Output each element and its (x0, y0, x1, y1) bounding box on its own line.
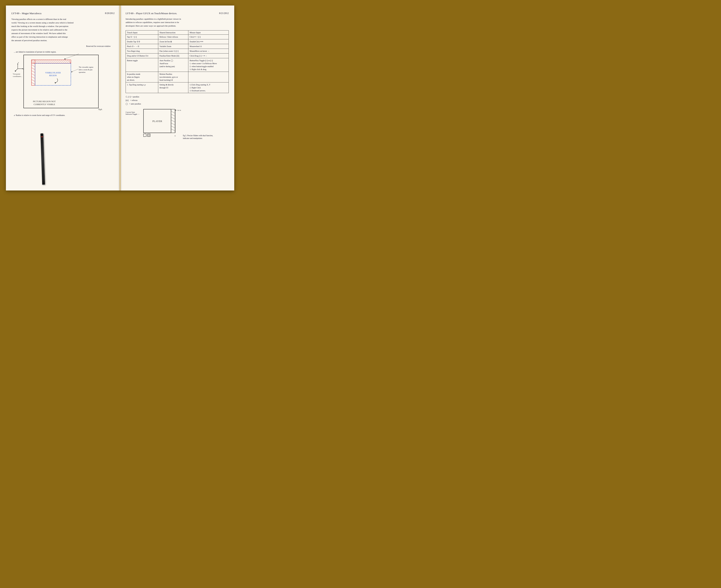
mouse-cell: Click ✏ = [□] (188, 35, 229, 39)
shared-cell: Refocus / Enter refocus (158, 35, 188, 39)
svg-text:v: v (18, 61, 19, 64)
current-state-label: Current State (126, 111, 140, 113)
svg-text:VISIBLE PLAYER: VISIBLE PLAYER (45, 71, 61, 74)
svg-line-20 (61, 60, 65, 63)
svg-line-42 (15, 69, 18, 71)
mouse-cell: MouseMove on hover → (188, 49, 229, 54)
left-page-date: 8/20/2012 (105, 12, 115, 15)
svg-rect-25 (32, 60, 35, 85)
svg-line-30 (32, 74, 35, 76)
svg-text:↙ Radius is relative to zoom f: ↙ Radius is relative to zoom factor and … (14, 114, 65, 116)
left-page-title: LYT-89 – Mugur Marculescu (12, 12, 41, 15)
svg-text:REGION: REGION (49, 75, 57, 77)
right-page-intro: Introducing parallax capabilities to a l… (126, 17, 229, 28)
touch-cell: Pinch ①←→① (126, 44, 158, 49)
svg-line-7 (36, 60, 39, 63)
svg-text:CURRENTLY VISIBLE: CURRENTLY VISIBLE (34, 103, 55, 105)
right-page: LYT-89 – Player UI/UX on Touch/Mouse dev… (120, 5, 234, 190)
svg-line-12 (45, 60, 49, 63)
svg-marker-49 (65, 58, 66, 60)
svg-line-61 (171, 114, 175, 116)
svg-marker-54 (71, 71, 73, 72)
svg-line-29 (32, 71, 35, 72)
svg-line-6 (34, 60, 37, 63)
legend-item-2: [◎] = refocus (126, 99, 229, 102)
svg-line-15 (51, 60, 55, 63)
touch-cell: Two-finger drag (126, 49, 158, 54)
svg-line-27 (32, 65, 35, 67)
mouse-cell: Button/Key Toggle [□] or [□]1. when zoom… (188, 58, 229, 72)
diagram-svg: ... are linked to translation of picture… (12, 49, 115, 124)
legend-area: ⬡, [□] = parallax [◎] = refocus ◯ = auto… (126, 95, 229, 106)
pen (40, 133, 45, 185)
svg-marker-37 (55, 82, 56, 84)
left-page: LYT-89 – Mugur Marculescu 8/20/2012 View… (6, 5, 120, 190)
fig5-svg: PLAYER λ in image o (142, 107, 181, 139)
current-state-label2: Indicator/Toggle → (126, 113, 140, 115)
left-page-body: Viewing parallax effects on a screen is … (12, 17, 115, 42)
svg-line-18 (57, 60, 61, 63)
table-row: In parallax modewhen no fingersare down.… (126, 72, 229, 82)
mouse-cell: Click-Drag [□] + ✏→ (188, 54, 229, 58)
fig5-left-labels: Current State Indicator/Toggle → (126, 111, 140, 115)
svg-line-22 (65, 60, 68, 63)
svg-line-19 (59, 60, 63, 63)
table-row: Two-finger drag Pan (when zoom>1) [□] Mo… (126, 49, 229, 54)
svg-text:operation: operation (79, 71, 85, 73)
svg-line-9 (39, 60, 43, 63)
svg-line-66 (171, 129, 175, 131)
shared-cell: Motion Parallax(accelerometer, gyro orhe… (158, 72, 188, 82)
col-mouse: Mouse Input (188, 30, 229, 35)
svg-text:o: o (174, 134, 176, 137)
table-row: Drag and/or UI Button ①∨ Parallax/Enter … (126, 54, 229, 58)
svg-line-48 (65, 54, 79, 59)
svg-line-11 (43, 60, 47, 63)
svg-line-28 (32, 68, 35, 70)
svg-line-62 (171, 117, 175, 119)
notebook: LYT-89 – Mugur Marculescu 8/20/2012 View… (6, 5, 234, 190)
table-row: Double Tap ①② Zoom In/Out ⊞ DoubleClick … (126, 39, 229, 44)
mouse-cell: Mousewheel ⊙ (188, 44, 229, 49)
shared-cell: Auto Parallax ◯AutoFocus(and/or during p… (158, 58, 188, 72)
touch-cell: Drag and/or UI Button ①∨ (126, 54, 158, 58)
svg-text:coordinates...: coordinates... (13, 76, 22, 77)
svg-text:after a zoom & pan: after a zoom & pan (79, 69, 92, 71)
diagram-area: Reserved for overscan window ... are lin… (12, 45, 115, 128)
svg-text:PICTURE REGION NOT: PICTURE REGION NOT (33, 100, 56, 103)
table-row: 1. Tap-Drag starting x,y Setting ⊕ direc… (126, 82, 229, 93)
svg-line-8 (37, 60, 41, 63)
svg-text:u: u (23, 68, 24, 70)
right-page-date: 8/21/2012 (219, 12, 229, 15)
fig5-note: fig.5. Precise Sliders with dual functio… (183, 134, 229, 140)
touch-cell: In parallax modewhen no fingersare down. (126, 72, 158, 82)
touch-cell: 1. Tap-Drag starting x,y (126, 82, 158, 93)
table-row: Pinch ①←→① Variable Zoom Mousewheel ⊙ (126, 44, 229, 49)
svg-line-31 (32, 77, 35, 79)
svg-text:λ in image: λ in image (177, 109, 181, 111)
svg-line-21 (63, 60, 66, 63)
svg-line-53 (72, 69, 78, 71)
svg-line-17 (55, 60, 59, 63)
col-shared: Shared Interaction (158, 30, 188, 35)
touch-cell: Double Tap ①② (126, 39, 158, 44)
shared-cell: Parallax/Enter Mode [⊡] (158, 54, 188, 58)
svg-rect-4 (32, 60, 71, 63)
fig5-area: Current State Indicator/Toggle → PLAYER (126, 107, 229, 140)
svg-line-33 (32, 82, 35, 84)
fig5-diagram: PLAYER λ in image o (142, 107, 181, 140)
svg-line-65 (171, 126, 175, 128)
svg-line-13 (47, 60, 51, 63)
table-row: Tap ① = [□] Refocus / Enter refocus Clic… (126, 35, 229, 39)
interaction-table: Touch Input Shared Interaction Mouse Inp… (126, 30, 229, 93)
right-page-title: LYT-89 – Player UI/UX on Touch/Mouse dev… (126, 12, 177, 15)
shared-cell: Pan (when zoom>1) [□] (158, 49, 188, 54)
svg-text:... are linked to translation : ... are linked to translation of picture… (14, 51, 56, 53)
left-page-header: LYT-89 – Mugur Marculescu 8/20/2012 (12, 12, 115, 15)
svg-text:The viewable region: The viewable region (79, 66, 93, 68)
mouse-cell: 1.Click Drag starting X, Y2. Right Click… (188, 82, 229, 93)
svg-line-16 (53, 60, 57, 63)
diagram-note-top: Reserved for overscan window (86, 45, 110, 47)
table-row: Button toggle Auto Parallax ◯AutoFocus(a… (126, 58, 229, 72)
svg-text:fig4.: fig4. (98, 108, 103, 110)
legend-item-1: ⬡, [□] = parallax (126, 95, 229, 99)
